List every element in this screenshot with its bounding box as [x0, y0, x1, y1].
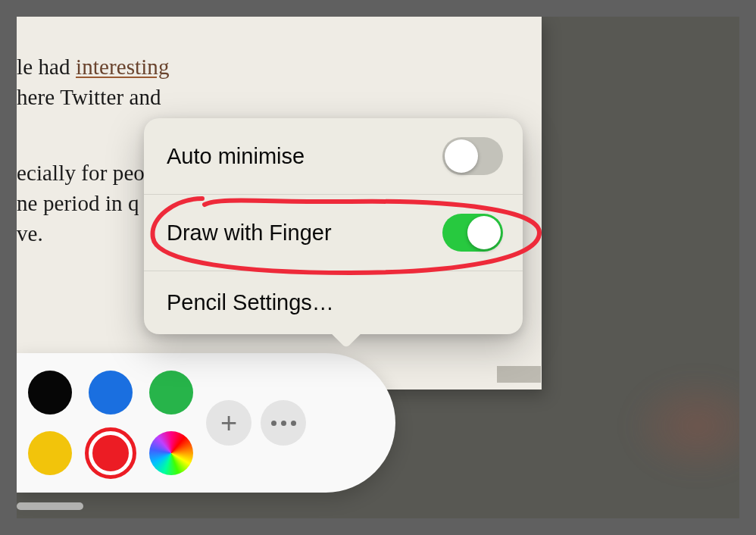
auto-minimise-row[interactable]: Auto minimise [144, 118, 523, 195]
color-picker-wheel[interactable] [149, 431, 193, 475]
more-options-button[interactable] [261, 400, 306, 446]
plus-icon: + [220, 408, 237, 437]
pencil-settings-label: Pencil Settings… [167, 290, 334, 315]
auto-minimise-label: Auto minimise [167, 144, 305, 169]
add-button[interactable]: + [206, 400, 251, 446]
background-glow [626, 373, 739, 479]
color-palette [24, 367, 197, 479]
color-swatch-red-selected[interactable] [89, 431, 133, 475]
toggle-knob [467, 216, 501, 249]
home-indicator-handle[interactable] [17, 502, 83, 510]
text-fragment: here Twitter and [17, 82, 523, 112]
tool-settings-popover: Auto minimise Draw with Finger Pencil Se… [144, 118, 523, 334]
draw-with-finger-toggle[interactable] [442, 214, 503, 252]
draw-with-finger-row[interactable]: Draw with Finger [144, 195, 523, 271]
color-swatch-yellow[interactable] [28, 431, 72, 475]
color-swatch-green[interactable] [149, 371, 193, 415]
color-swatch-blue[interactable] [89, 371, 133, 415]
ellipsis-icon [271, 421, 296, 426]
page-edge [497, 366, 541, 383]
link-interesting[interactable]: interesting [76, 55, 170, 79]
toggle-knob [445, 139, 478, 173]
auto-minimise-toggle[interactable] [442, 137, 503, 175]
pencil-settings-button[interactable]: Pencil Settings… [144, 271, 523, 334]
text-fragment: le had [17, 55, 76, 79]
draw-with-finger-label: Draw with Finger [167, 221, 332, 246]
markup-toolbar: + [17, 353, 395, 493]
color-swatch-black[interactable] [28, 371, 72, 415]
